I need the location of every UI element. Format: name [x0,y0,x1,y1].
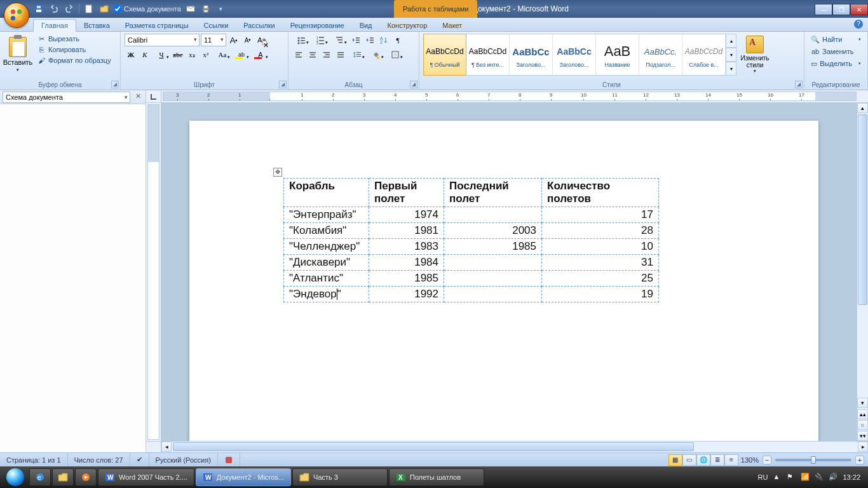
highlight-button[interactable]: ab [233,48,250,61]
style-item[interactable]: AaBНазвание [596,34,639,75]
cell-first[interactable]: 1974 [369,207,444,223]
tab-selector[interactable] [146,90,161,102]
numbering-button[interactable]: 123 [311,34,329,46]
th-first[interactable]: Первый полет [369,179,444,207]
tab-references[interactable]: Ссылки [196,20,236,31]
tab-home[interactable]: Главная [33,19,76,32]
scroll-down-button[interactable]: ▾ [857,398,868,408]
maximize-button[interactable]: ❐ [832,4,850,15]
qat-docmap-checkbox[interactable] [114,5,121,13]
tray-clock[interactable]: 13:22 [843,473,860,481]
cell-last[interactable]: 2003 [444,223,542,239]
bold-button[interactable]: Ж [125,48,137,61]
scroll-up-button[interactable]: ▴ [857,103,868,113]
paragraph-launcher[interactable]: ◢ [410,81,417,88]
next-page-button[interactable]: ▾▾ [857,431,868,441]
styles-scroll-up[interactable]: ▴ [726,34,736,48]
horizontal-scrollbar[interactable]: ◂ ▸ [161,442,868,452]
cell-first[interactable]: 1992 [369,287,444,302]
hscroll-thumb[interactable] [173,442,694,451]
underline-button[interactable]: Ч [153,48,170,61]
tray-lang[interactable]: RU [758,473,768,481]
cell-count[interactable]: 28 [542,223,659,239]
view-print-layout[interactable]: ▦ [668,454,682,466]
style-item[interactable]: AaBbCcЗаголово... [553,34,596,75]
cell-count[interactable]: 17 [542,207,659,223]
align-left-button[interactable] [292,48,305,61]
ruler-horizontal[interactable]: 3211234567891011121314151617 [163,92,857,101]
th-count[interactable]: Количество полетов [542,179,659,207]
shading-button[interactable] [367,48,385,61]
qat-more-icon[interactable]: ▾ [215,3,227,15]
bullets-button[interactable] [292,34,310,46]
styles-launcher[interactable]: ◢ [795,81,803,88]
select-button[interactable]: ▭Выделить [808,58,864,69]
status-language[interactable]: Русский (Россия) [149,453,218,466]
align-right-button[interactable] [320,48,333,61]
style-item[interactable]: AaBbCcDd¶ Без инте... [466,34,510,75]
cell-ship[interactable]: "Челленджер" [284,239,369,255]
table-row[interactable]: "Эндевор"199219 [284,287,659,302]
cell-ship[interactable]: "Эндевор" [284,287,369,302]
cell-first[interactable]: 1984 [369,255,444,271]
th-ship[interactable]: Корабль [284,179,369,207]
clipboard-launcher[interactable]: ◢ [111,81,119,88]
cell-first[interactable]: 1981 [369,223,444,239]
decrease-indent-button[interactable] [349,34,362,46]
close-button[interactable]: ✕ [850,4,868,15]
paste-button[interactable]: Вставить ▾ [4,34,32,76]
tray-power-icon[interactable]: 🔌 [815,473,824,482]
change-case-button[interactable]: Aa [214,48,231,61]
office-button[interactable] [4,3,29,28]
start-button[interactable] [3,468,28,487]
tray-network-icon[interactable]: 📶 [801,473,810,482]
tab-page-layout[interactable]: Разметка страницы [118,20,196,31]
taskbar-pinned-wmp[interactable] [75,468,97,486]
qat-docmap-toggle[interactable]: Схема документа [114,5,181,13]
cell-ship[interactable]: "Атлантис" [284,271,369,287]
tab-table-design[interactable]: Конструктор [380,20,435,31]
taskbar-item[interactable]: Часть 3 [292,468,388,486]
align-center-button[interactable] [306,48,319,61]
table-row[interactable]: "Энтерпрайз"197417 [284,207,659,223]
zoom-slider[interactable] [775,459,851,461]
cell-first[interactable]: 1985 [369,271,444,287]
table-row[interactable]: "Челленджер"1983198510 [284,239,659,255]
tray-action-center-icon[interactable]: ⚑ [787,473,796,482]
th-last[interactable]: Последний полет [444,179,542,207]
cell-last[interactable] [444,207,542,223]
shrink-font-button[interactable]: A▾ [241,34,254,46]
view-outline[interactable]: ≣ [710,454,724,466]
clear-formatting-button[interactable]: Aa✕ [255,34,268,46]
status-words[interactable]: Число слов: 27 [68,453,130,466]
docmap-close-button[interactable]: ✕ [133,92,143,102]
tab-insert[interactable]: Вставка [76,20,118,31]
show-marks-button[interactable]: ¶ [391,34,404,46]
taskbar-pinned-explorer[interactable] [52,468,74,486]
replace-button[interactable]: abЗаменить [808,46,864,57]
table-move-handle[interactable]: ✥ [273,168,282,177]
superscript-button[interactable]: x² [200,48,212,61]
taskbar-item[interactable]: WДокумент2 - Micros... [196,468,291,486]
increase-indent-button[interactable] [363,34,376,46]
help-icon[interactable]: ? [854,20,863,29]
zoom-out-button[interactable]: − [763,456,771,464]
justify-button[interactable] [334,48,347,61]
cell-ship[interactable]: "Дискавери" [284,255,369,271]
subscript-button[interactable]: x₂ [186,48,198,61]
qat-undo-icon[interactable] [48,3,60,15]
tab-mailings[interactable]: Рассылки [236,20,282,31]
taskbar-item[interactable]: XПолеты шатлов [389,468,484,486]
font-launcher[interactable]: ◢ [279,81,287,88]
zoom-slider-knob[interactable] [811,456,816,464]
copy-button[interactable]: ⎘Копировать [34,44,114,55]
font-size-combo[interactable]: 11 [201,34,226,46]
minimize-button[interactable]: — [815,4,832,15]
qat-save-icon[interactable] [33,3,44,15]
zoom-in-button[interactable]: + [855,456,864,464]
view-draft[interactable]: ≡ [724,454,738,466]
strike-button[interactable]: abc [172,48,184,61]
cell-count[interactable]: 25 [542,271,659,287]
status-macro[interactable] [218,453,240,466]
page-background[interactable]: ✥ Корабль Первый полет Последний полет К… [161,103,857,441]
